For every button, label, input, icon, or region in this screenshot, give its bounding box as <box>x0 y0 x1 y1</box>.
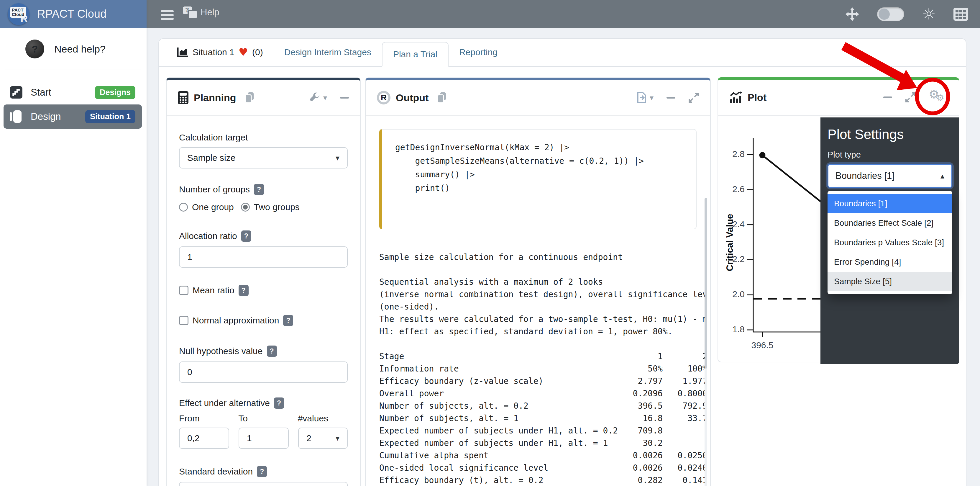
output-text: Sample size calculation for a continuous… <box>379 251 707 486</box>
svg-text:2.8: 2.8 <box>732 149 745 159</box>
wrench-icon <box>309 92 320 103</box>
plot-settings-overlay: Plot Settings Plot type Boundaries [1] ▴… <box>821 118 959 364</box>
grid-layout-icon[interactable] <box>953 8 968 21</box>
from-label: From <box>179 413 229 424</box>
tab-design-interim-stages[interactable]: Design Interim Stages <box>274 38 382 66</box>
fullscreen-arrows-icon[interactable] <box>845 7 859 21</box>
tab-reporting[interactable]: Reporting <box>449 38 508 66</box>
plot-type-option[interactable]: Boundaries [1] <box>827 194 952 214</box>
planning-header: Planning ▾ <box>167 80 360 116</box>
designs-badge: Designs <box>95 86 135 99</box>
design-columns-icon <box>10 110 22 123</box>
output-header: R Output ▾ <box>366 80 710 116</box>
favorites-heart-icon: ♥ <box>239 47 248 57</box>
help-chat-icon: ? <box>183 6 196 18</box>
top-bar: ? Help ☼ <box>0 0 980 28</box>
plot-type-dropdown: Boundaries [1]Boundaries Effect Scale [2… <box>827 191 952 294</box>
calculation-target-select[interactable]: Sample size▾ <box>179 147 348 169</box>
rpact-logo[interactable]: R PACTCloud <box>8 3 30 25</box>
plot-settings-title: Plot Settings <box>827 126 952 142</box>
sidebar-header: R PACTCloud RPACT Cloud <box>0 0 146 28</box>
tab-bar: Situation 1 ♥ (0) Design Interim Stages … <box>159 38 966 67</box>
tab-plan-a-trial[interactable]: Plan a Trial <box>382 42 449 67</box>
planning-panel: Planning ▾ Calculation target Sample siz… <box>166 78 361 486</box>
r-logo-icon: R <box>377 91 390 104</box>
sidebar-item-design[interactable]: Design Situation 1 <box>3 104 142 129</box>
plot-type-option[interactable]: Boundaries Effect Scale [2] <box>827 214 952 233</box>
planning-title: Planning <box>194 92 236 104</box>
help-badge-icon[interactable]: ? <box>239 285 248 296</box>
normal-approximation-row: Normal approximation ? <box>179 315 348 326</box>
plot-type-option[interactable]: Boundaries p Values Scale [3] <box>827 233 952 252</box>
caret-up-icon: ▴ <box>940 171 944 180</box>
help-badge-icon[interactable]: ? <box>254 184 264 195</box>
calculation-target-label: Calculation target <box>179 132 348 142</box>
light-mode-sun-icon[interactable]: ☼ <box>922 6 936 22</box>
caret-down-icon: ▾ <box>650 93 654 102</box>
scrollbar-thumb[interactable] <box>705 198 707 368</box>
tools-menu-button[interactable]: ▾ <box>309 92 327 103</box>
help-badge-icon[interactable]: ? <box>274 397 284 409</box>
mean-ratio-checkbox[interactable] <box>179 286 188 295</box>
tab-situation-1[interactable]: Situation 1 ♥ (0) <box>166 38 274 66</box>
plot-type-option[interactable]: Sample Size [5] <box>827 272 952 291</box>
copy-icon[interactable] <box>437 92 447 104</box>
svg-text:2.6: 2.6 <box>732 184 745 194</box>
help-button[interactable]: ? Help <box>183 6 220 18</box>
sidebar: R PACTCloud RPACT Cloud ? Need help? Sta… <box>0 0 146 486</box>
sidebar-item-start[interactable]: Start Designs <box>3 80 142 104</box>
null-hypothesis-input[interactable] <box>179 362 348 383</box>
collapse-minus-icon[interactable] <box>667 97 675 99</box>
plot-settings-gears-icon[interactable]: ⚙ ⚙ <box>929 89 948 106</box>
help-label: Help <box>200 7 220 18</box>
output-title: Output <box>396 92 428 104</box>
to-label: To <box>238 413 288 424</box>
help-badge-icon[interactable]: ? <box>267 346 277 357</box>
effect-under-alternative-label: Effect under alternative? <box>179 397 348 409</box>
copy-icon[interactable] <box>245 92 255 104</box>
expand-icon[interactable] <box>688 92 699 103</box>
normal-approximation-checkbox[interactable] <box>179 316 188 325</box>
values-count-select[interactable]: 2▾ <box>298 427 348 449</box>
tab-situation-label: Situation 1 <box>192 47 234 57</box>
allocation-ratio-label: Allocation ratio? <box>179 231 348 242</box>
expand-icon[interactable] <box>905 92 916 103</box>
allocation-ratio-input[interactable] <box>179 246 348 268</box>
help-badge-icon[interactable]: ? <box>241 231 251 242</box>
number-of-groups-label: Number of groups? <box>179 184 348 195</box>
two-groups-radio[interactable] <box>241 203 250 212</box>
calculator-icon <box>178 91 188 104</box>
app-title: RPACT Cloud <box>37 8 107 20</box>
theme-toggle[interactable] <box>877 7 904 21</box>
help-badge-icon[interactable]: ? <box>257 466 267 477</box>
effect-to-input[interactable] <box>239 427 289 449</box>
r-code: getDesignInverseNormal(kMax = 2) |> getS… <box>395 141 683 195</box>
number-of-groups-radios: One group Two groups <box>179 202 348 212</box>
sidebar-item-need-help[interactable]: ? Need help? <box>0 35 146 62</box>
null-hypothesis-label: Null hypothesis value? <box>179 346 348 357</box>
hamburger-menu-icon[interactable] <box>161 8 174 19</box>
collapse-minus-icon[interactable] <box>340 97 349 99</box>
standard-deviation-input[interactable] <box>179 482 348 486</box>
sidebar-divider <box>5 70 141 70</box>
values-label: #values <box>298 413 348 424</box>
plot-header: Plot ⚙ ⚙ <box>718 80 959 116</box>
help-badge-icon[interactable]: ? <box>283 315 293 326</box>
plot-type-option[interactable]: Error Spending [4] <box>827 252 952 272</box>
plot-panel: Plot ⚙ ⚙ 2.82.62.42.22.01.8396.5Critical… <box>718 77 959 362</box>
output-scrollbar <box>705 198 707 486</box>
standard-deviation-label: Standard deviation? <box>179 466 348 477</box>
output-panel: R Output ▾ <box>365 78 711 486</box>
collapse-minus-icon[interactable] <box>883 97 892 98</box>
start-steps-icon <box>10 86 22 99</box>
rpact-cloud-app: ? Help ☼ Sit <box>0 0 980 486</box>
one-group-radio[interactable] <box>179 203 188 212</box>
plot-type-select[interactable]: Boundaries [1] ▴ <box>827 164 952 188</box>
plot-chart-icon <box>729 91 742 103</box>
mean-ratio-row: Mean ratio ? <box>179 285 348 296</box>
export-file-icon <box>637 92 647 104</box>
effect-from-input[interactable] <box>179 427 229 449</box>
r-code-block: getDesignInverseNormal(kMax = 2) |> getS… <box>379 129 697 229</box>
svg-text:Critical Value: Critical Value <box>725 214 735 271</box>
export-menu-button[interactable]: ▾ <box>637 92 654 104</box>
